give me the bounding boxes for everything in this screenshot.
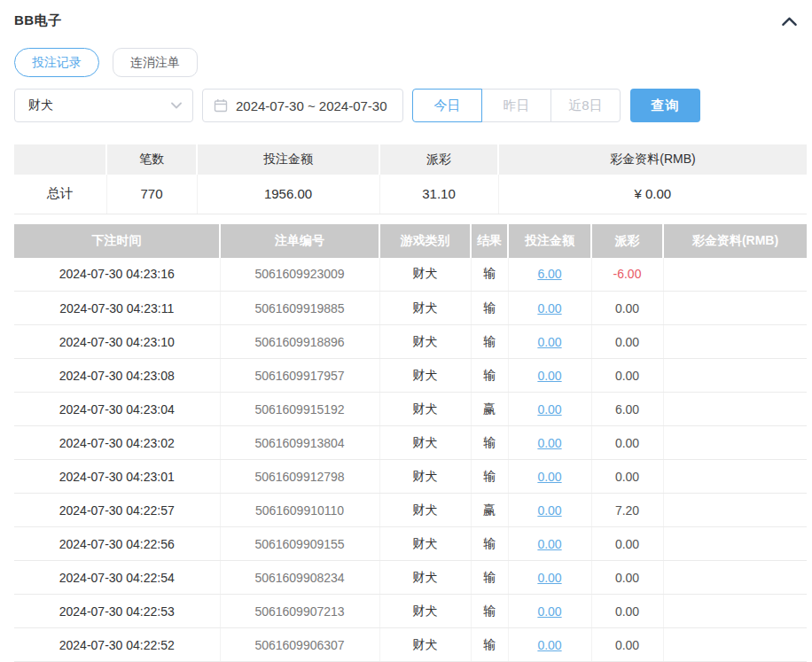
bet-amount-cell: 0.00 xyxy=(508,561,591,595)
chevron-down-icon xyxy=(171,102,182,109)
bonus-cell xyxy=(663,393,807,426)
game-type-cell: 财犬 xyxy=(379,258,471,292)
date-range-value: 2024-07-30 ~ 2024-07-30 xyxy=(236,98,387,113)
bonus-cell xyxy=(663,325,807,359)
order-number-cell: 5061609923009 xyxy=(220,258,379,292)
order-number-cell: 5061609919885 xyxy=(220,292,379,325)
game-type-cell: 财犬 xyxy=(379,460,471,494)
bonus-cell xyxy=(663,258,807,292)
bet-amount-cell: 6.00 xyxy=(508,258,591,292)
bet-time-cell: 2024-07-30 04:23:08 xyxy=(14,359,220,393)
payout-cell: 6.00 xyxy=(591,393,663,426)
bet-time-cell: 2024-07-30 04:22:56 xyxy=(14,527,220,561)
query-button[interactable]: 查询 xyxy=(630,89,700,122)
table-row: 2024-07-30 04:22:54 5061609908234 财犬 输 0… xyxy=(14,561,807,595)
bet-amount-link[interactable]: 6.00 xyxy=(537,267,561,281)
order-number-cell: 5061609906307 xyxy=(220,628,379,662)
table-row: 2024-07-30 04:23:04 5061609915192 财犬 赢 0… xyxy=(14,393,807,426)
bet-amount-cell: 0.00 xyxy=(508,460,591,494)
bet-time-cell: 2024-07-30 04:23:11 xyxy=(14,292,220,325)
table-row: 2024-07-30 04:23:10 5061609918896 财犬 输 0… xyxy=(14,325,807,359)
payout-cell: 0.00 xyxy=(591,527,663,561)
payout-cell: 7.20 xyxy=(591,494,663,527)
order-number-cell: 5061609917957 xyxy=(220,359,379,393)
result-cell: 输 xyxy=(471,527,508,561)
summary-bonus-total-value: ¥ 0.00 xyxy=(498,175,807,214)
records-table: 下注时间 注单编号 游戏类别 结果 投注金额 派彩 彩金资料(RMB) 2024… xyxy=(14,224,807,662)
payout-cell: 0.00 xyxy=(591,359,663,393)
quick-range-group: 今日 昨日 近8日 xyxy=(412,89,621,122)
records-header-order-number: 注单编号 xyxy=(220,224,379,258)
bet-amount-link[interactable]: 0.00 xyxy=(537,335,561,349)
summary-header-blank xyxy=(14,144,106,175)
summary-count-value: 770 xyxy=(106,175,197,214)
summary-header-count: 笔数 xyxy=(106,144,197,175)
table-row: 2024-07-30 04:23:02 5061609913804 财犬 输 0… xyxy=(14,426,807,460)
quick-range-last8days[interactable]: 近8日 xyxy=(550,89,621,122)
bet-amount-cell: 0.00 xyxy=(508,527,591,561)
game-select[interactable]: 财犬 xyxy=(14,89,193,122)
bonus-cell xyxy=(663,359,807,393)
order-number-cell: 5061609912798 xyxy=(220,460,379,494)
filter-bar: 财犬 2024-07-30 ~ 2024-07-30 今日 昨日 近8日 查询 xyxy=(14,89,807,122)
summary-total-row: 总计 770 1956.00 31.10 ¥ 0.00 xyxy=(14,175,807,214)
table-row: 2024-07-30 04:22:56 5061609909155 财犬 输 0… xyxy=(14,527,807,561)
result-cell: 输 xyxy=(471,561,508,595)
summary-header-payout: 派彩 xyxy=(379,144,498,175)
bet-time-cell: 2024-07-30 04:22:52 xyxy=(14,628,220,662)
summary-header-row: 笔数 投注金额 派彩 彩金资料(RMB) xyxy=(14,144,807,175)
payout-cell: 0.00 xyxy=(591,561,663,595)
page-title: BB电子 xyxy=(14,12,62,29)
bet-amount-link[interactable]: 0.00 xyxy=(537,604,561,619)
bet-amount-cell: 0.00 xyxy=(508,325,591,359)
game-type-cell: 财犬 xyxy=(379,561,471,595)
quick-range-yesterday[interactable]: 昨日 xyxy=(481,89,551,122)
bet-amount-link[interactable]: 0.00 xyxy=(537,369,561,383)
bet-time-cell: 2024-07-30 04:22:53 xyxy=(14,595,220,628)
payout-cell: 0.00 xyxy=(591,292,663,325)
bet-amount-link[interactable]: 0.00 xyxy=(537,571,561,585)
quick-range-today[interactable]: 今日 xyxy=(412,89,482,122)
result-cell: 赢 xyxy=(471,494,508,527)
summary-bet-total-value: 1956.00 xyxy=(197,175,379,214)
summary-payout-total-value: 31.10 xyxy=(379,175,498,214)
bet-time-cell: 2024-07-30 04:23:01 xyxy=(14,460,220,494)
result-cell: 输 xyxy=(471,460,508,494)
order-number-cell: 5061609910110 xyxy=(220,494,379,527)
bet-amount-link[interactable]: 0.00 xyxy=(537,402,561,417)
tab-bet-records[interactable]: 投注记录 xyxy=(14,48,99,77)
order-number-cell: 5061609913804 xyxy=(220,426,379,460)
panel-header: BB电子 xyxy=(14,0,807,29)
bet-amount-link[interactable]: 0.00 xyxy=(537,301,561,315)
date-range-picker[interactable]: 2024-07-30 ~ 2024-07-30 xyxy=(202,89,403,122)
game-type-cell: 财犬 xyxy=(379,527,471,561)
bonus-cell xyxy=(663,595,807,628)
tab-cancelled-orders[interactable]: 连消注单 xyxy=(113,48,198,77)
bonus-cell xyxy=(663,527,807,561)
bonus-cell xyxy=(663,494,807,527)
result-cell: 输 xyxy=(471,426,508,460)
result-cell: 输 xyxy=(471,325,508,359)
summary-total-label: 总计 xyxy=(14,175,106,214)
table-row: 2024-07-30 04:23:01 5061609912798 财犬 输 0… xyxy=(14,460,807,494)
result-cell: 输 xyxy=(471,258,508,292)
game-type-cell: 财犬 xyxy=(379,292,471,325)
order-number-cell: 5061609907213 xyxy=(220,595,379,628)
bet-amount-link[interactable]: 0.00 xyxy=(537,470,561,484)
records-header-payout: 派彩 xyxy=(591,224,663,258)
bet-amount-link[interactable]: 0.00 xyxy=(537,503,561,518)
collapse-button[interactable] xyxy=(781,15,803,27)
bet-amount-link[interactable]: 0.00 xyxy=(537,436,561,450)
bet-amount-link[interactable]: 0.00 xyxy=(537,638,561,652)
bet-time-cell: 2024-07-30 04:23:02 xyxy=(14,426,220,460)
result-cell: 赢 xyxy=(471,393,508,426)
bet-time-cell: 2024-07-30 04:23:16 xyxy=(14,258,220,292)
game-select-value: 财犬 xyxy=(28,97,53,113)
bonus-cell xyxy=(663,628,807,662)
summary-header-bet-amount: 投注金额 xyxy=(197,144,379,175)
payout-cell: 0.00 xyxy=(591,426,663,460)
records-header-bet-time: 下注时间 xyxy=(14,224,220,258)
betting-records-panel: BB电子 投注记录 连消注单 财犬 2024-07-30 ~ 2024-07-3… xyxy=(0,0,812,662)
bet-time-cell: 2024-07-30 04:22:54 xyxy=(14,561,220,595)
bet-amount-link[interactable]: 0.00 xyxy=(537,537,561,551)
